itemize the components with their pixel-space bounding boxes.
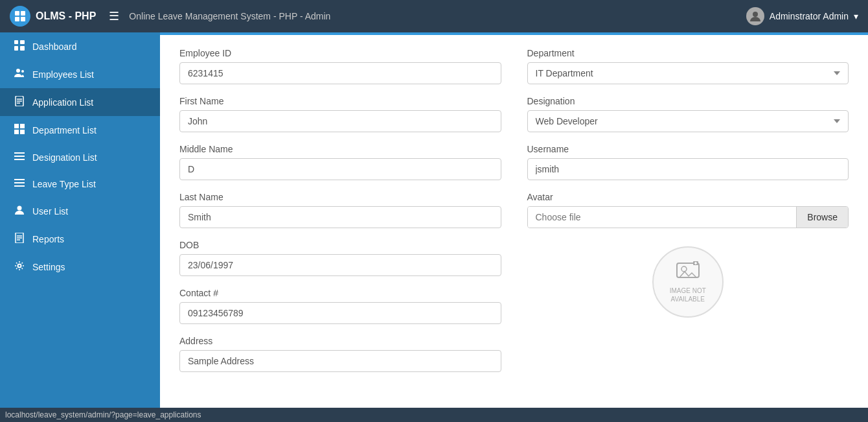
employees-icon: [13, 68, 26, 80]
username-input[interactable]: [527, 158, 849, 180]
department-group: Department IT Department HR Department F…: [527, 48, 849, 84]
user-label: Adminstrator Admin: [770, 11, 849, 21]
svg-rect-3: [21, 17, 25, 21]
status-url: localhost/leave_system/admin/?page=leave…: [5, 410, 201, 419]
sidebar-item-leave-type-list[interactable]: Leave Type List: [0, 170, 160, 197]
designation-label: Designation: [527, 96, 849, 106]
sidebar-toggle[interactable]: ☰: [109, 9, 119, 23]
svg-rect-5: [14, 40, 18, 44]
svg-rect-18: [20, 130, 25, 134]
svg-point-32: [681, 266, 687, 272]
employee-id-label: Employee ID: [179, 48, 501, 58]
svg-rect-0: [15, 11, 19, 16]
svg-rect-16: [20, 124, 25, 128]
browse-button[interactable]: Browse: [796, 207, 848, 228]
designation-group: Designation Web Developer Software Engin…: [527, 96, 849, 132]
sidebar-label-department: Department List: [32, 125, 97, 135]
svg-point-9: [16, 69, 20, 73]
designation-select[interactable]: Web Developer Software Engineer Manager …: [527, 110, 849, 132]
address-group: Address: [179, 336, 501, 372]
leave-type-icon: [13, 178, 26, 189]
svg-rect-2: [15, 17, 19, 21]
svg-rect-6: [20, 40, 25, 44]
brand-icon: [10, 6, 30, 27]
last-name-label: Last Name: [179, 192, 501, 202]
sidebar: Dashboard Employees List: [0, 32, 160, 422]
sidebar-label-settings: Settings: [32, 262, 65, 272]
sidebar-label-designation: Designation List: [32, 152, 97, 163]
svg-point-30: [18, 264, 21, 268]
sidebar-item-dashboard[interactable]: Dashboard: [0, 32, 160, 60]
employee-id-group: Employee ID: [179, 48, 501, 84]
svg-point-4: [753, 12, 758, 17]
first-name-input[interactable]: [179, 110, 501, 132]
reports-icon: [13, 233, 26, 245]
brand: OLMS - PHP: [10, 6, 96, 27]
dob-label: DOB: [179, 240, 501, 250]
image-placeholder-icon: [676, 261, 700, 284]
main-layout: Dashboard Employees List: [0, 32, 868, 422]
sidebar-item-settings[interactable]: Settings: [0, 253, 160, 281]
form-right-column: Department IT Department HR Department F…: [527, 48, 849, 384]
sidebar-item-department-list[interactable]: Department List: [0, 116, 160, 144]
top-navbar: OLMS - PHP ☰ Online Leave Management Sys…: [0, 0, 868, 32]
designation-icon: [13, 152, 26, 163]
file-input-group: Browse: [527, 206, 849, 228]
department-select[interactable]: IT Department HR Department Finance Oper…: [527, 62, 849, 84]
dropdown-arrow-icon: ▾: [854, 11, 858, 21]
employee-form: Employee ID First Name Middle Name Last …: [179, 48, 849, 384]
first-name-label: First Name: [179, 96, 501, 106]
department-label: Department: [527, 48, 849, 58]
avatar: [746, 7, 764, 25]
image-preview-group: IMAGE NOTAVAILABLE: [527, 240, 849, 324]
sidebar-item-user-list[interactable]: User List: [0, 197, 160, 225]
sidebar-item-employees-list[interactable]: Employees List: [0, 60, 160, 88]
first-name-group: First Name: [179, 96, 501, 132]
sidebar-item-designation-list[interactable]: Designation List: [0, 144, 160, 170]
contact-input[interactable]: [179, 302, 501, 324]
settings-icon: [13, 261, 26, 273]
content-wrapper: Employee ID First Name Middle Name Last …: [160, 32, 868, 422]
svg-rect-8: [20, 46, 25, 51]
status-bar: localhost/leave_system/admin/?page=leave…: [0, 408, 868, 422]
brand-label: OLMS - PHP: [36, 10, 96, 22]
main-content: Employee ID First Name Middle Name Last …: [160, 32, 868, 422]
employee-id-input[interactable]: [179, 62, 501, 84]
sidebar-label-employees: Employees List: [32, 69, 94, 80]
sidebar-label-reports: Reports: [32, 234, 64, 244]
middle-name-input[interactable]: [179, 158, 501, 180]
avatar-label: Avatar: [527, 192, 849, 202]
page-title: Online Leave Management System - PHP - A…: [129, 11, 746, 21]
contact-group: Contact #: [179, 288, 501, 324]
dob-group: DOB: [179, 240, 501, 276]
username-group: Username: [527, 144, 849, 180]
svg-rect-7: [14, 46, 18, 51]
middle-name-label: Middle Name: [179, 144, 501, 154]
last-name-group: Last Name: [179, 192, 501, 228]
sidebar-label-leave-type: Leave Type List: [32, 179, 96, 189]
file-input-text[interactable]: [528, 207, 797, 228]
last-name-input[interactable]: [179, 206, 501, 228]
svg-point-10: [21, 70, 24, 73]
username-label: Username: [527, 144, 849, 154]
address-label: Address: [179, 336, 501, 346]
sidebar-label-application: Application List: [32, 97, 93, 108]
image-not-available-text: IMAGE NOTAVAILABLE: [670, 287, 706, 303]
avatar-group: Avatar Browse: [527, 192, 849, 228]
sidebar-item-application-list[interactable]: Application List: [0, 88, 160, 116]
contact-label: Contact #: [179, 288, 501, 298]
form-left-column: Employee ID First Name Middle Name Last …: [179, 48, 501, 384]
application-icon: [13, 96, 26, 108]
sidebar-label-user-list: User List: [32, 206, 68, 217]
user-list-icon: [13, 205, 26, 217]
svg-rect-17: [14, 130, 19, 134]
address-input[interactable]: [179, 350, 501, 372]
department-icon: [13, 124, 26, 136]
dashboard-icon: [13, 40, 26, 53]
svg-rect-1: [21, 11, 25, 16]
sidebar-item-reports[interactable]: Reports: [0, 225, 160, 253]
svg-point-25: [17, 206, 22, 211]
user-menu[interactable]: Adminstrator Admin ▾: [746, 7, 858, 25]
dob-input[interactable]: [179, 254, 501, 276]
sidebar-label-dashboard: Dashboard: [32, 41, 77, 52]
